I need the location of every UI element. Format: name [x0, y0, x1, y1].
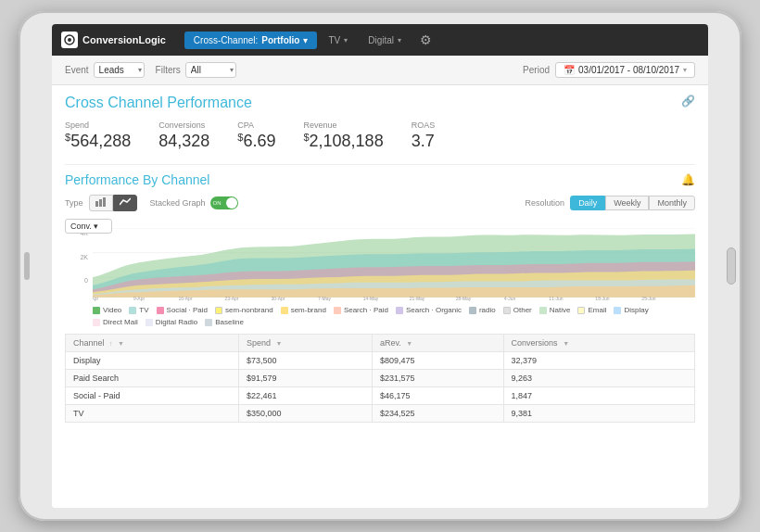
svg-text:14-May: 14-May — [363, 296, 379, 301]
row-socialpaid-channel: Social - Paid — [66, 387, 239, 405]
svg-rect-3 — [99, 199, 102, 207]
legend-semnonbrand-dot — [215, 307, 222, 314]
legend-radio-dot — [469, 307, 476, 314]
col-conversions[interactable]: Conversions ▼ — [503, 335, 694, 352]
link-icon[interactable]: 🔗 — [681, 95, 695, 108]
revenue-prefix: $ — [303, 128, 309, 143]
chart-dropdown[interactable]: Conv. ▾ — [65, 219, 112, 234]
table-row: Paid Search $91,579 $231,575 9,263 — [66, 370, 695, 387]
resolution-label: Resolution — [526, 198, 565, 208]
legend-other-dot — [503, 307, 511, 314]
col-arev[interactable]: aRev. ▼ — [372, 335, 503, 352]
metric-conversions-value: 84,328 — [158, 132, 209, 151]
filters-group: Filters All — [156, 62, 236, 78]
col-channel[interactable]: Channel ↑ ▼ — [66, 335, 239, 352]
svg-text:30-Apr: 30-Apr — [272, 296, 285, 301]
spend-prefix: $ — [65, 128, 70, 143]
row-paidsearch-conv: 9,263 — [503, 370, 694, 387]
col-spend[interactable]: Spend ▼ — [238, 335, 372, 352]
row-socialpaid-spend: $22,461 — [238, 387, 372, 405]
nav-tab-tv[interactable]: TV ▾ — [319, 32, 357, 49]
event-label: Event — [65, 65, 89, 75]
table-body: Display $73,500 $809,475 32,379 Paid Sea… — [66, 352, 695, 423]
legend-semnonbrand-label: sem-nonbrand — [225, 306, 273, 314]
legend-direct-mail: Direct Mail — [93, 318, 138, 326]
svg-text:11-Jun: 11-Jun — [549, 296, 563, 301]
bar-chart-button[interactable] — [89, 195, 113, 211]
chart-controls: Type St — [65, 195, 695, 211]
row-tv-spend: $350,000 — [238, 405, 372, 423]
spend-filter-icon: ▼ — [275, 340, 282, 347]
legend-native-label: Native — [550, 306, 571, 314]
period-chevron-icon: ▾ — [683, 66, 687, 74]
legend-other: Other — [503, 306, 532, 314]
filters-select-wrap[interactable]: All — [185, 62, 236, 78]
filters-select[interactable]: All — [185, 62, 236, 78]
legend-directmail-dot — [93, 319, 100, 326]
legend-native: Native — [539, 306, 571, 314]
bell-icon[interactable]: 🔔 — [681, 173, 695, 186]
metric-revenue-value: $2,108,188 — [303, 132, 383, 151]
row-display-spend: $73,500 — [238, 352, 372, 370]
legend-tv-dot — [129, 307, 136, 314]
resolution-weekly[interactable]: Weekly — [605, 196, 649, 210]
row-display-conv: 32,379 — [503, 352, 694, 370]
brand-name: ConversionLogic — [82, 34, 166, 45]
legend-tv-label: TV — [139, 306, 148, 314]
table-row: Social - Paid $22,461 $46,175 1,847 — [66, 387, 695, 405]
chart-svg-wrap: 2-Apr 9-Apr 16-Apr 23-Apr 30-Apr 7-May 1… — [93, 228, 695, 302]
metric-cpa-value: $6.69 — [237, 132, 275, 151]
table-header-row: Channel ↑ ▼ Spend ▼ aRev. ▼ — [66, 335, 695, 352]
gear-button[interactable]: ⚙ — [417, 30, 435, 50]
legend-email: Email — [577, 306, 606, 314]
ipad-frame: ConversionLogic Cross-Channel: Portfolio… — [19, 11, 741, 521]
resolution-section: Resolution Daily Weekly Monthly — [526, 196, 695, 210]
event-select[interactable]: Leads — [94, 62, 145, 78]
filters-label: Filters — [156, 65, 181, 75]
row-tv-channel: TV — [66, 405, 239, 423]
resolution-monthly[interactable]: Monthly — [649, 196, 695, 210]
resolution-buttons: Daily Weekly Monthly — [570, 196, 695, 210]
chart-y-labels: 4K 2K 0 — [65, 230, 91, 284]
row-display-channel: Display — [66, 352, 239, 370]
row-paidsearch-spend: $91,579 — [238, 370, 372, 387]
legend-email-label: Email — [588, 306, 606, 314]
performance-section: Performance By Channel 🔔 Type — [65, 172, 695, 423]
main-content: Cross Channel Performance 🔗 Spend $564,2… — [52, 85, 708, 508]
stacked-toggle[interactable] — [210, 196, 238, 209]
metric-spend-value: $564,288 — [65, 132, 131, 151]
line-chart-button[interactable] — [113, 195, 137, 211]
svg-text:28-May: 28-May — [456, 296, 472, 301]
metric-conversions-label: Conversions — [158, 120, 209, 130]
legend-other-label: Other — [513, 306, 532, 314]
ipad-home-button[interactable] — [727, 247, 736, 285]
calendar-icon: 📅 — [564, 65, 575, 75]
filter-bar: Event Leads Filters All Period — [52, 56, 708, 85]
ipad-side-button — [24, 252, 30, 280]
legend-directmail-label: Direct Mail — [103, 318, 138, 326]
svg-text:9-Apr: 9-Apr — [133, 296, 145, 301]
legend-social-paid: Social · Paid — [157, 306, 208, 314]
conv-filter-icon: ▼ — [563, 340, 569, 347]
period-label: Period — [523, 65, 550, 75]
stacked-label: Stacked Graph — [150, 198, 206, 208]
crosschannel-label: Cross-Channel: — [194, 35, 258, 45]
svg-text:16-Apr: 16-Apr — [179, 296, 193, 301]
nav-tab-digital[interactable]: Digital ▾ — [359, 32, 411, 49]
legend-radio: radio — [469, 306, 496, 314]
nav-tab-crosschannel[interactable]: Cross-Channel: Portfolio ▾ — [184, 32, 318, 49]
logo-icon — [61, 32, 78, 48]
y-label-2k: 2K — [65, 254, 91, 260]
row-socialpaid-conv: 1,847 — [503, 387, 694, 405]
row-tv-conv: 9,381 — [503, 405, 694, 423]
event-select-wrap[interactable]: Leads — [94, 62, 145, 78]
cross-channel-title: Cross Channel Performance — [65, 95, 695, 111]
y-label-0: 0 — [65, 277, 91, 284]
row-tv-arev: $234,525 — [372, 405, 503, 423]
legend-baseline: Baseline — [205, 318, 244, 326]
resolution-daily[interactable]: Daily — [570, 196, 605, 210]
period-value-display[interactable]: 📅 03/01/2017 - 08/10/2017 ▾ — [555, 62, 695, 78]
digital-label: Digital — [368, 35, 394, 45]
legend-baseline-dot — [205, 319, 212, 326]
table-row: Display $73,500 $809,475 32,379 — [66, 352, 695, 370]
